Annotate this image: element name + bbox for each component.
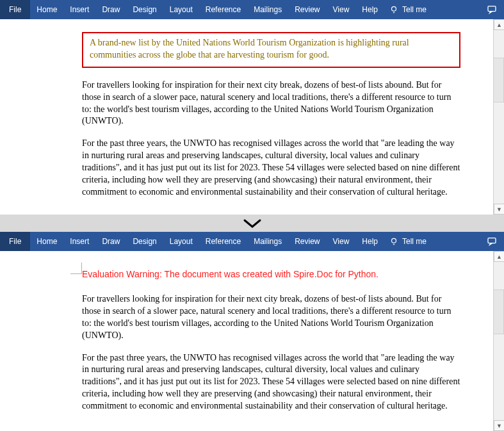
comments-icon[interactable]	[486, 236, 498, 247]
tab-review[interactable]: Review	[288, 0, 326, 19]
tab-insert[interactable]: Insert	[63, 0, 95, 19]
document-area-bottom[interactable]: ▲ ▼ Evaluation Warning: The document was…	[0, 251, 504, 431]
scroll-down-button[interactable]: ▼	[494, 204, 504, 215]
tab-layout[interactable]: Layout	[163, 232, 199, 251]
lightbulb-icon	[389, 5, 398, 14]
svg-point-3	[392, 238, 396, 243]
document-area-top[interactable]: ▲ ▼ A brand-new list by the United Natio…	[0, 19, 504, 215]
tab-mailings[interactable]: Mailings	[247, 232, 288, 251]
tab-mailings[interactable]: Mailings	[247, 0, 288, 19]
tab-design[interactable]: Design	[126, 232, 163, 251]
tell-me-search[interactable]: Tell me	[389, 5, 427, 14]
scroll-down-button[interactable]: ▼	[494, 420, 504, 431]
tab-insert[interactable]: Insert	[63, 232, 95, 251]
body-paragraph-2[interactable]: For the past three years, the UNWTO has …	[82, 138, 460, 198]
tell-me-label: Tell me	[402, 5, 427, 14]
highlighted-paragraph-box[interactable]: A brand-new list by the United Nations W…	[82, 32, 460, 68]
evaluation-warning: Evaluation Warning: The document was cre…	[82, 269, 460, 279]
tell-me-search[interactable]: Tell me	[389, 237, 427, 246]
tab-reference[interactable]: Reference	[199, 0, 247, 19]
body-paragraph-2[interactable]: For the past three years, the UNWTO has …	[82, 352, 460, 412]
tab-view[interactable]: View	[327, 232, 356, 251]
highlighted-paragraph-text: A brand-new list by the United Nations W…	[90, 37, 453, 61]
svg-point-0	[392, 6, 396, 11]
chevron-down-icon	[243, 218, 262, 229]
scroll-up-button[interactable]: ▲	[494, 19, 504, 30]
tab-home[interactable]: Home	[30, 232, 63, 251]
tab-home[interactable]: Home	[30, 0, 63, 19]
bottom-word-pane: File Home Insert Draw Design Layout Refe…	[0, 232, 504, 431]
ribbon-top: File Home Insert Draw Design Layout Refe…	[0, 0, 504, 19]
vertical-scrollbar-top[interactable]: ▲ ▼	[493, 19, 504, 215]
top-word-pane: File Home Insert Draw Design Layout Refe…	[0, 0, 504, 215]
tab-help[interactable]: Help	[355, 0, 384, 19]
tab-draw[interactable]: Draw	[95, 0, 126, 19]
body-paragraph-1[interactable]: For travellers looking for inspiration f…	[82, 293, 460, 342]
tab-review[interactable]: Review	[288, 232, 326, 251]
page-content-bottom: Evaluation Warning: The document was cre…	[64, 251, 478, 429]
body-paragraph-1[interactable]: For travellers looking for inspiration f…	[82, 79, 460, 128]
scroll-thumb[interactable]	[493, 58, 504, 102]
scroll-up-button[interactable]: ▲	[494, 251, 504, 262]
tab-draw[interactable]: Draw	[95, 232, 126, 251]
tab-layout[interactable]: Layout	[163, 0, 199, 19]
lightbulb-icon	[389, 237, 398, 246]
tell-me-label: Tell me	[402, 237, 427, 246]
vertical-scrollbar-bottom[interactable]: ▲ ▼	[493, 251, 504, 431]
svg-rect-2	[488, 6, 496, 12]
tab-file[interactable]: File	[0, 0, 30, 19]
scroll-thumb[interactable]	[493, 289, 504, 334]
tab-file[interactable]: File	[0, 232, 30, 251]
ribbon-bottom: File Home Insert Draw Design Layout Refe…	[0, 232, 504, 251]
tab-help[interactable]: Help	[355, 232, 384, 251]
tab-reference[interactable]: Reference	[199, 232, 247, 251]
comments-icon[interactable]	[486, 4, 498, 15]
compare-divider	[0, 215, 504, 232]
svg-rect-5	[488, 238, 496, 243]
tab-design[interactable]: Design	[126, 0, 163, 19]
page-content-top: A brand-new list by the United Nations W…	[64, 19, 478, 215]
tab-view[interactable]: View	[327, 0, 356, 19]
